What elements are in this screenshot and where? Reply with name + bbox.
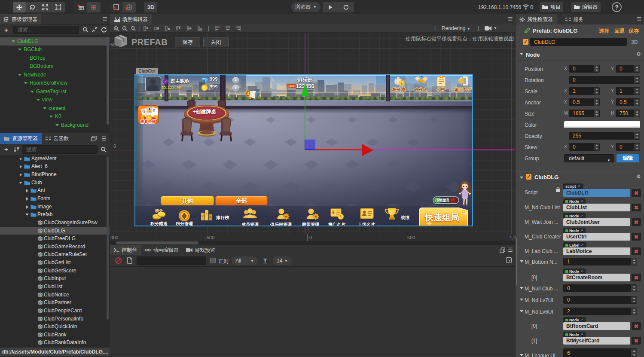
svg-text:¥: ¥ [332,210,335,215]
svg-text:积分: 积分 [155,209,163,213]
svg-text:$: $ [400,82,403,86]
